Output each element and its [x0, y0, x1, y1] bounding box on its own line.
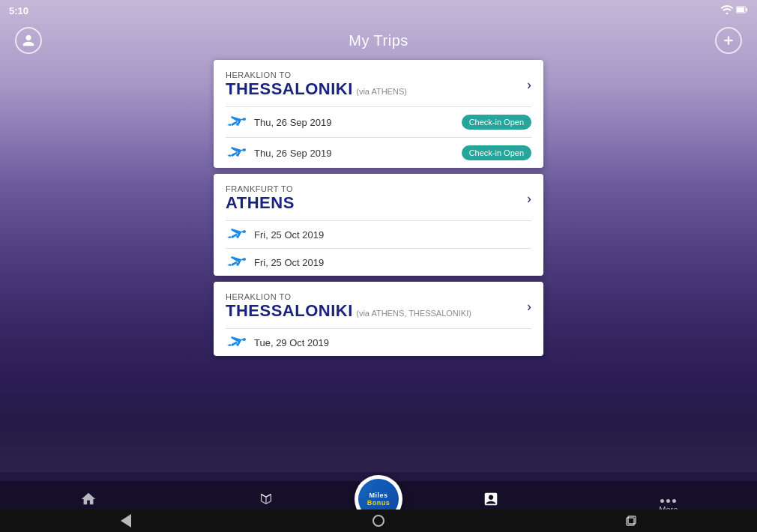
plane-icon	[226, 336, 247, 348]
back-button[interactable]	[118, 513, 133, 528]
home-circle-icon	[373, 515, 384, 527]
plane-icon	[226, 229, 247, 241]
trip-from-2: FRANKFURT to	[226, 184, 521, 193]
trip-to-main-3: THESSALONIKI	[226, 301, 353, 320]
flight-row-3-1: Tue, 29 Oct 2019	[214, 329, 543, 356]
plane-icon	[226, 256, 247, 268]
wifi-icon	[721, 5, 733, 16]
status-time: 5:10	[9, 5, 28, 16]
plane-icon	[226, 147, 247, 159]
recents-button[interactable]	[624, 513, 639, 528]
dot-1	[660, 499, 664, 503]
flight-info-1-1: Thu, 26 Sep 2019	[226, 116, 331, 128]
dot-2	[666, 499, 670, 503]
trip-header-1[interactable]: HERAKLION to THESSALONIKI (via ATHENS) ›	[214, 60, 543, 106]
logo-bonus-text: Bonus	[367, 499, 390, 507]
trip-from-3: HERAKLION to	[226, 292, 521, 301]
flight-row-2-2: Fri, 25 Oct 2019	[214, 249, 543, 276]
page-title: My Trips	[349, 32, 408, 49]
home-button[interactable]	[371, 513, 386, 528]
trip-route-2: FRANKFURT to ATHENS	[226, 184, 521, 213]
mytrips-icon	[483, 491, 499, 511]
flight-date-2-2: Fri, 25 Oct 2019	[254, 257, 324, 268]
svg-rect-2	[746, 8, 747, 11]
battery-icon	[736, 5, 748, 16]
flight-row-2-1: Fri, 25 Oct 2019	[214, 221, 543, 248]
plane-icon	[226, 116, 247, 128]
logo-miles-text: Miles	[369, 492, 387, 499]
trip-route-3: HERAKLION to THESSALONIKI (via ATHENS, T…	[226, 292, 521, 321]
checkin-badge-1-2[interactable]: Check-in Open	[462, 145, 531, 160]
recents-icon	[626, 516, 636, 526]
trip-to-main-2: ATHENS	[226, 193, 295, 212]
flight-info-1-2: Thu, 26 Sep 2019	[226, 147, 331, 159]
svg-rect-1	[737, 7, 744, 12]
add-button[interactable]	[715, 27, 742, 54]
trip-card-1: HERAKLION to THESSALONIKI (via ATHENS) ›…	[214, 60, 543, 168]
status-icons	[721, 5, 748, 16]
book-icon	[258, 491, 274, 511]
trip-to-via-3: (via ATHENS, THESSALONIKI)	[356, 309, 471, 318]
flight-info-3-1: Tue, 29 Oct 2019	[226, 336, 329, 348]
trips-list: HERAKLION to THESSALONIKI (via ATHENS) ›…	[214, 60, 543, 356]
flight-row-1-1: Thu, 26 Sep 2019 Check-in Open	[214, 107, 543, 137]
trip-route-1: HERAKLION to THESSALONIKI (via ATHENS)	[226, 70, 521, 99]
dot-3	[672, 499, 676, 503]
flight-date-2-1: Fri, 25 Oct 2019	[254, 229, 324, 241]
trip-header-2[interactable]: FRANKFURT to ATHENS ›	[214, 174, 543, 220]
flight-date-3-1: Tue, 29 Oct 2019	[254, 337, 329, 348]
more-dots-icon	[660, 499, 676, 503]
flight-date-1-2: Thu, 26 Sep 2019	[254, 148, 331, 159]
android-nav-bar	[0, 510, 757, 532]
trip-card-3: HERAKLION to THESSALONIKI (via ATHENS, T…	[214, 282, 543, 356]
trip-from-1: HERAKLION to	[226, 70, 521, 79]
trip-arrow-3: ›	[527, 299, 531, 315]
flight-info-2-1: Fri, 25 Oct 2019	[226, 229, 324, 241]
flight-row-1-2: Thu, 26 Sep 2019 Check-in Open	[214, 138, 543, 168]
checkin-badge-1-1[interactable]: Check-in Open	[462, 115, 531, 130]
trip-header-3[interactable]: HERAKLION to THESSALONIKI (via ATHENS, T…	[214, 282, 543, 328]
header: My Trips	[0, 21, 757, 60]
home-icon	[80, 491, 97, 511]
trip-card-2: FRANKFURT to ATHENS › Fri, 25 Oct 2019	[214, 174, 543, 276]
trip-arrow-1: ›	[527, 77, 531, 93]
trip-to-main-1: THESSALONIKI	[226, 79, 353, 98]
back-icon	[121, 514, 131, 528]
flight-date-1-1: Thu, 26 Sep 2019	[254, 117, 331, 128]
flight-info-2-2: Fri, 25 Oct 2019	[226, 256, 324, 268]
trip-arrow-2: ›	[527, 191, 531, 207]
profile-button[interactable]	[15, 27, 42, 54]
trip-to-via-1: (via ATHENS)	[356, 87, 407, 96]
status-bar: 5:10	[0, 0, 757, 21]
